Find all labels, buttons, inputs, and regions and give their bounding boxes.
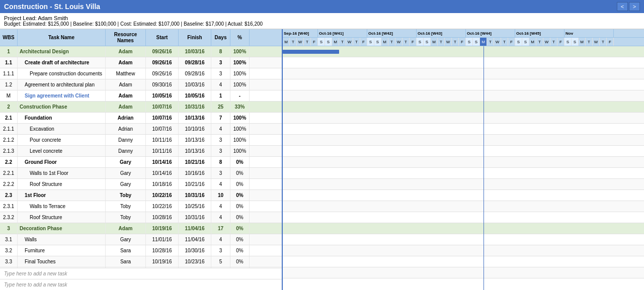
table-row[interactable]: 2.2.2 Roof Structure Gary 10/18/16 10/21…	[0, 179, 282, 190]
cell-wbs: 2	[0, 102, 18, 112]
cell-pct: 100%	[230, 79, 250, 90]
cell-pct: 100%	[230, 135, 250, 145]
cell-wbs: 2.3.1	[0, 201, 18, 212]
cell-wbs: 2.3	[0, 190, 18, 201]
gantt-day-cell: T	[501, 38, 508, 46]
cell-taskname: Walls to 1st Floor	[18, 168, 106, 178]
cell-wbs: 2.1.1	[0, 124, 18, 134]
table-row[interactable]: 2.3.1 Walls to Terrace Toby 10/22/16 10/…	[0, 201, 282, 212]
table-row[interactable]: 1.1.1 Prepare construction documents Mat…	[0, 68, 282, 79]
today-line	[484, 46, 484, 290]
cell-resource: Toby	[106, 212, 146, 223]
gantt-row	[283, 46, 644, 57]
cell-pct: 0%	[230, 212, 250, 223]
cell-start: 09/26/16	[146, 57, 179, 68]
cell-wbs: 1.1	[0, 57, 18, 68]
gantt-day-cell: S	[515, 38, 522, 46]
cell-wbs: M	[0, 90, 18, 101]
cell-taskname: Walls	[18, 234, 106, 245]
gantt-day-cell: T	[536, 38, 543, 46]
project-lead: Project Lead: Adam Smith	[4, 15, 640, 21]
table-row[interactable]: 1.1 Create draft of architecture Adam 09…	[0, 57, 282, 68]
cell-resource: Gary	[106, 179, 146, 189]
table-row[interactable]: 3 Decoration Phase Adam 10/19/16 11/04/1…	[0, 223, 282, 234]
cell-pct: 0%	[230, 234, 250, 245]
gantt-week-group: Oct-16 [W45]	[515, 29, 565, 37]
gantt-day-cell: T	[290, 38, 297, 46]
cell-resource: Adam	[106, 102, 146, 112]
table-row[interactable]: 3.1 Walls Gary 11/01/16 11/04/16 4 0%	[0, 234, 282, 245]
cell-taskname: 1st Floor	[18, 190, 106, 201]
cell-wbs: 2.1.3	[0, 146, 18, 156]
table-header: WBS Task Name Resource Names Start Finis…	[0, 29, 282, 46]
gantt-day-cell: F	[607, 38, 614, 46]
cell-taskname: Foundation	[18, 113, 106, 123]
cell-pct: 100%	[230, 57, 250, 68]
cell-wbs: 2.2.1	[0, 168, 18, 178]
project-info: Project Lead: Adam Smith Budget: Estimat…	[0, 13, 644, 29]
cell-resource: Adam	[106, 79, 146, 90]
table-row[interactable]: 2.1.1 Excavation Adrian 10/07/16 10/10/1…	[0, 124, 282, 135]
table-row[interactable]: 1.2 Agreement to architectural plan Adam…	[0, 79, 282, 90]
gantt-days-row: MTWTFSSMTWTFSSMTWTFSSMTWTFSSMTWTFSSMTWTF…	[283, 38, 644, 46]
table-row[interactable]: M Sign agreement with Client Adam 10/05/…	[0, 90, 282, 102]
cell-start: 10/07/16	[146, 124, 179, 134]
cell-finish: 10/31/16	[179, 212, 211, 223]
gantt-row	[283, 113, 644, 124]
gantt-week-group: Oct-16 [W41]	[318, 29, 367, 37]
cell-pct: 100%	[230, 113, 250, 123]
cell-start: 10/05/16	[146, 90, 179, 101]
cell-taskname: Sign agreement with Client	[18, 90, 106, 101]
gantt-row	[283, 90, 644, 102]
cell-wbs: 2.2	[0, 157, 18, 167]
cell-pct: 100%	[230, 46, 250, 57]
gantt-day-cell: F	[410, 38, 417, 46]
gantt-bar	[283, 50, 339, 54]
new-task-row[interactable]: Type here to add a new task	[0, 279, 282, 290]
cell-pct: 0%	[230, 190, 250, 201]
cell-days: 8	[211, 46, 230, 57]
cell-days: 3	[211, 68, 230, 79]
new-task-placeholder: Type here to add a new task	[4, 282, 67, 287]
table-row[interactable]: 3.2 Furniture Sara 10/28/16 10/30/16 3 0…	[0, 245, 282, 256]
table-row[interactable]: 2.1.3 Level concrete Danny 10/11/16 10/1…	[0, 146, 282, 157]
cell-start: 10/11/16	[146, 146, 179, 156]
table-row[interactable]: 2.1.2 Pour concrete Danny 10/11/16 10/13…	[0, 135, 282, 146]
cell-taskname: Prepare construction documents	[18, 68, 106, 79]
table-row[interactable]: 2.2 Ground Floor Gary 10/14/16 10/21/16 …	[0, 157, 282, 168]
gantt-day-cell: T	[339, 38, 346, 46]
cell-days: 1	[211, 90, 230, 101]
table-row[interactable]: 2 Construction Phase Adam 10/07/16 10/31…	[0, 102, 282, 113]
table-row[interactable]: 2.3.2 Roof Structure Toby 10/28/16 10/31…	[0, 212, 282, 223]
nav-prev-button[interactable]: <	[617, 2, 628, 11]
cell-pct: 0%	[230, 201, 250, 212]
gantt-week-group: Sep-16 [W40]	[283, 29, 318, 37]
new-task-row[interactable]: Type here to add a new task	[0, 268, 282, 279]
table-row[interactable]: 1 Architectural Design Adam 09/26/16 10/…	[0, 46, 282, 57]
table-row[interactable]: 2.2.1 Walls to 1st Floor Gary 10/14/16 1…	[0, 168, 282, 179]
cell-taskname: Architectural Design	[18, 46, 106, 57]
gantt-day-cell: T	[403, 38, 410, 46]
cell-resource: Matthew	[106, 68, 146, 79]
gantt-day-cell: M	[381, 38, 388, 46]
cell-days: 7	[211, 113, 230, 123]
table-row[interactable]: 2.3 1st Floor Toby 10/22/16 10/31/16 10 …	[0, 190, 282, 201]
cell-pct: 33%	[230, 102, 250, 112]
cell-days: 4	[211, 124, 230, 134]
gantt-day-cell: W	[346, 38, 353, 46]
cell-start: 09/26/16	[146, 68, 179, 79]
cell-taskname: Level concrete	[18, 146, 106, 156]
th-resource: Resource Names	[106, 29, 146, 46]
gantt-row	[283, 79, 644, 90]
cell-pct: -	[230, 90, 250, 101]
table-row[interactable]: 2.1 Foundation Adrian 10/07/16 10/13/16 …	[0, 113, 282, 124]
cell-start: 10/07/16	[146, 113, 179, 123]
gantt-day-cell: M	[529, 38, 536, 46]
gantt-row	[283, 223, 644, 234]
gantt-row	[283, 212, 644, 223]
cell-pct: 0%	[230, 179, 250, 189]
table-row[interactable]: 3.3 Final Touches Sara 10/19/16 10/23/16…	[0, 256, 282, 267]
nav-next-button[interactable]: >	[629, 2, 640, 11]
cell-days: 10	[211, 190, 230, 201]
title-bar: Construction - St. Louis Villa < >	[0, 0, 644, 13]
